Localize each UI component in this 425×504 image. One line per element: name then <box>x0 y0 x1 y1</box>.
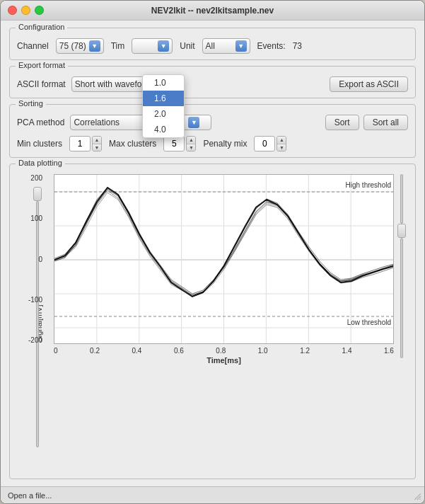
statusbar: Open a file... <box>1 486 424 503</box>
minimize-button[interactable] <box>21 6 30 15</box>
format-label: ASCII format <box>17 79 66 89</box>
dropdown-item-3[interactable]: 2.0 <box>143 106 184 122</box>
max-clusters-value[interactable]: 5 <box>163 136 185 151</box>
max-clusters-stepper[interactable]: ▲ ▼ <box>186 136 196 151</box>
x-axis-label: Time[ms] <box>54 356 394 365</box>
channel-label: Channel <box>17 41 49 51</box>
low-threshold-label: Low threshold <box>347 319 391 326</box>
svg-line-16 <box>420 499 421 500</box>
x-tick-04: 0.4 <box>132 347 142 355</box>
penalty-label: Penalty mix <box>203 139 247 149</box>
export-ascii-button[interactable]: Export as ASCII <box>330 76 408 92</box>
x-tick-02: 0.2 <box>90 347 100 355</box>
x-tick-06: 0.6 <box>174 347 184 355</box>
dropdown-item-1[interactable]: 1.0 <box>143 75 184 91</box>
time-dropdown: 1.0 1.6 2.0 4.0 <box>142 74 185 138</box>
min-clusters-value[interactable]: 1 <box>69 136 91 151</box>
penalty-input: 0 ▲ ▼ <box>254 136 286 151</box>
dropdown-item-4[interactable]: 4.0 <box>143 122 184 137</box>
max-clusters-input: 5 ▲ ▼ <box>163 136 196 151</box>
content-area: Configuration Channel 75 (78) ▼ Tim ▼ Un… <box>1 21 424 486</box>
maximize-button[interactable] <box>35 6 44 15</box>
right-slider-track-top <box>400 174 403 224</box>
unit-select[interactable]: All ▼ <box>202 38 250 54</box>
chart-svg <box>54 174 394 344</box>
y-tick-200: 200 <box>30 174 42 182</box>
x-tick-14: 1.4 <box>342 347 352 355</box>
y-ticks: 200 100 0 -100 -200 <box>28 174 42 344</box>
penalty-down[interactable]: ▼ <box>277 144 286 151</box>
resize-handle-icon <box>413 492 421 500</box>
right-slider-thumb[interactable] <box>397 224 406 238</box>
right-slider-track-bottom <box>400 238 403 358</box>
format-value: Short with wavefo <box>75 79 153 89</box>
time-select[interactable]: ▼ <box>132 38 173 54</box>
sort-all-button[interactable]: Sort all <box>363 115 408 130</box>
max-clusters-label: Max clusters <box>109 139 156 149</box>
events-label: Events: <box>257 41 286 51</box>
sort-button[interactable]: Sort <box>325 115 359 130</box>
window-title: NEV2lkit -- nev2lkitsample.nev <box>151 6 274 16</box>
unit-arrow[interactable]: ▼ <box>235 40 247 52</box>
y-tick--200: -200 <box>28 336 42 344</box>
max-clusters-up[interactable]: ▲ <box>187 137 195 144</box>
main-window: NEV2lkit -- nev2lkitsample.nev Configura… <box>0 0 425 504</box>
right-slider[interactable] <box>397 174 407 358</box>
y-tick--100: -100 <box>28 296 42 304</box>
min-clusters-up[interactable]: ▲ <box>93 137 101 144</box>
min-clusters-input: 1 ▲ ▼ <box>69 136 102 151</box>
channel-select[interactable]: 75 (78) ▼ <box>56 38 104 54</box>
data-plotting-group: Data plotting Signal[mV] 200 100 0 -100 <box>9 164 416 479</box>
events-value: 73 <box>293 41 302 51</box>
time-label: Tim <box>111 41 125 51</box>
x-tick-0: 0 <box>54 347 58 355</box>
time-arrow[interactable]: ▼ <box>158 40 169 52</box>
penalty-stepper[interactable]: ▲ ▼ <box>276 136 286 151</box>
sort-buttons: Sort Sort all <box>325 115 408 130</box>
min-clusters-stepper[interactable]: ▲ ▼ <box>92 136 102 151</box>
export-label: Export format <box>16 61 68 69</box>
pca-select[interactable]: Correlations ▼ <box>70 115 211 130</box>
chart-area: 200 100 0 -100 -200 <box>54 174 394 358</box>
y-tick-100: 100 <box>30 214 42 222</box>
close-button[interactable] <box>8 6 17 15</box>
penalty-up[interactable]: ▲ <box>277 137 286 144</box>
configuration-label: Configuration <box>16 23 67 31</box>
x-tick-16: 1.6 <box>384 347 394 355</box>
unit-label: Unit <box>180 41 194 51</box>
titlebar: NEV2lkit -- nev2lkitsample.nev <box>1 1 424 21</box>
y-tick-0: 0 <box>38 256 42 263</box>
x-tick-12: 1.2 <box>300 347 310 355</box>
x-tick-08: 0.8 <box>216 347 226 355</box>
pca-arrow[interactable]: ▼ <box>188 117 199 128</box>
max-clusters-down[interactable]: ▼ <box>187 144 195 151</box>
min-clusters-down[interactable]: ▼ <box>93 144 101 151</box>
sorting-label: Sorting <box>16 99 46 108</box>
configuration-group: Configuration Channel 75 (78) ▼ Tim ▼ Un… <box>9 28 416 60</box>
dropdown-item-2[interactable]: 1.6 <box>143 91 184 106</box>
export-group: Export format ASCII format Short with wa… <box>9 66 416 98</box>
status-text: Open a file... <box>8 491 52 500</box>
channel-value: 75 (78) <box>59 41 88 51</box>
pca-label: PCA method <box>17 118 64 127</box>
plot-label: Data plotting <box>16 159 65 167</box>
sorting-group: Sorting PCA method Correlations ▼ Sort S… <box>9 104 416 158</box>
unit-value: All <box>206 41 234 51</box>
min-clusters-label: Min clusters <box>17 139 62 149</box>
channel-arrow[interactable]: ▼ <box>89 40 100 52</box>
x-ticks: 0 0.2 0.4 0.6 0.8 1.0 1.2 1.4 1.6 <box>54 344 394 355</box>
high-threshold-label: High threshold <box>346 181 391 189</box>
penalty-value[interactable]: 0 <box>254 136 275 151</box>
x-tick-10: 1.0 <box>258 347 268 355</box>
traffic-lights <box>8 6 44 15</box>
